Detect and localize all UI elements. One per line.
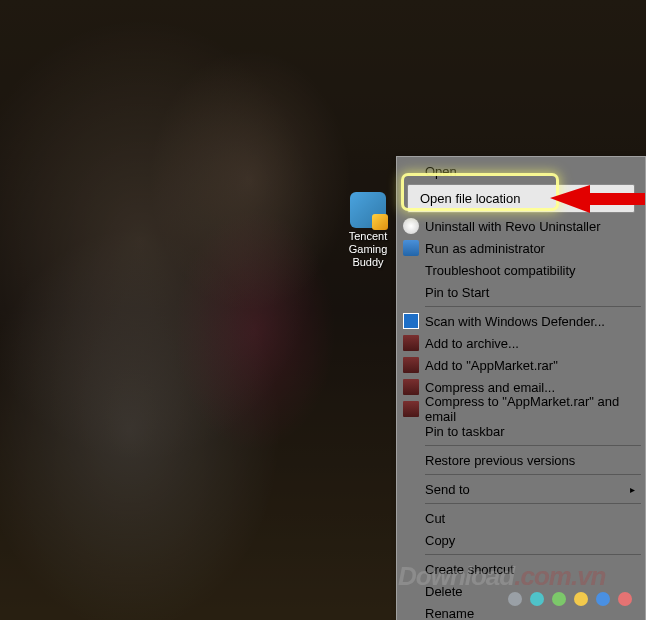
app-icon [350,192,386,228]
dot [508,592,522,606]
rar-icon [403,357,419,373]
menu-cut[interactable]: Cut [399,507,643,529]
menu-label: Open [425,164,457,179]
menu-label: Uninstall with Revo Uninstaller [425,219,601,234]
menu-label: Run as administrator [425,241,545,256]
dot [530,592,544,606]
shield-icon [403,240,419,256]
menu-label: Add to archive... [425,336,519,351]
rar-icon [403,401,419,417]
menu-label: Copy [425,533,455,548]
revo-icon [403,218,419,234]
menu-separator [425,503,641,504]
menu-label: Add to "AppMarket.rar" [425,358,558,373]
menu-troubleshoot[interactable]: Troubleshoot compatibility [399,259,643,281]
dot [596,592,610,606]
menu-send-to[interactable]: Send to [399,478,643,500]
rar-icon [403,335,419,351]
menu-copy[interactable]: Copy [399,529,643,551]
menu-separator [425,554,641,555]
menu-separator [425,474,641,475]
desktop-shortcut-tencent[interactable]: Tencent Gaming Buddy [340,192,396,270]
menu-compress-appmarket-email[interactable]: Compress to "AppMarket.rar" and email [399,398,643,420]
color-dots [508,592,632,606]
menu-separator [425,306,641,307]
dot [574,592,588,606]
menu-pin-taskbar[interactable]: Pin to taskbar [399,420,643,442]
menu-open-file-location[interactable]: Open file location [407,184,635,213]
menu-label: Rename [425,606,474,621]
watermark-domain: .com.vn [514,561,605,591]
menu-add-archive[interactable]: Add to archive... [399,332,643,354]
menu-restore-versions[interactable]: Restore previous versions [399,449,643,471]
menu-scan-defender[interactable]: Scan with Windows Defender... [399,310,643,332]
menu-label: Send to [425,482,470,497]
menu-uninstall-revo[interactable]: Uninstall with Revo Uninstaller [399,215,643,237]
menu-label: Open file location [420,191,520,206]
defender-icon [403,313,419,329]
menu-pin-start[interactable]: Pin to Start [399,281,643,303]
menu-add-appmarket[interactable]: Add to "AppMarket.rar" [399,354,643,376]
menu-separator [425,445,641,446]
menu-label: Scan with Windows Defender... [425,314,605,329]
dot [552,592,566,606]
menu-label: Cut [425,511,445,526]
menu-label: Troubleshoot compatibility [425,263,576,278]
menu-label: Pin to taskbar [425,424,505,439]
desktop-icon-label: Tencent Gaming Buddy [340,230,396,270]
context-menu: Open Open file location Uninstall with R… [396,156,646,620]
dot [618,592,632,606]
menu-open[interactable]: Open [399,160,643,182]
menu-run-as-admin[interactable]: Run as administrator [399,237,643,259]
watermark-text: Download [398,561,514,591]
menu-label: Pin to Start [425,285,489,300]
menu-label: Restore previous versions [425,453,575,468]
watermark: Download.com.vn [398,561,605,592]
rar-icon [403,379,419,395]
menu-label: Compress and email... [425,380,555,395]
